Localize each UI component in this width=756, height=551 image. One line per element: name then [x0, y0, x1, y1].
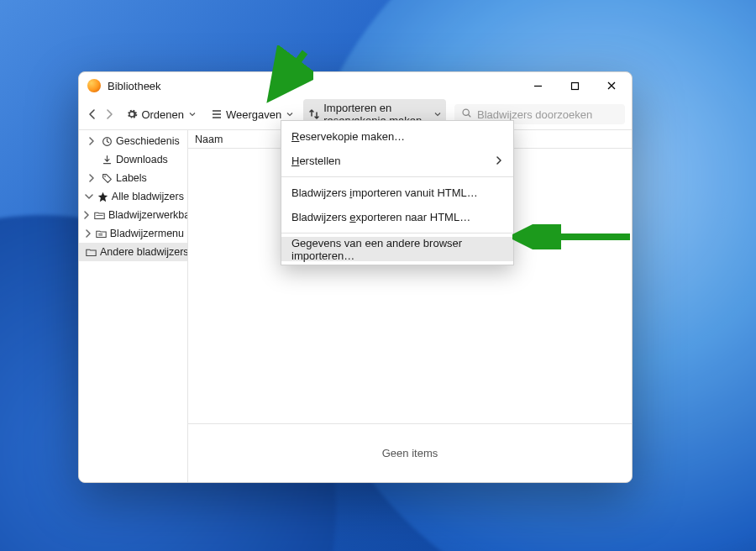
sidebar-item-label: Andere bladwijzers [100, 246, 188, 258]
empty-state-text: Geen items [382, 447, 438, 459]
sidebar-item-1[interactable]: Downloads [79, 150, 187, 169]
sidebar-item-label: Labels [116, 172, 147, 184]
clock-icon [101, 136, 113, 147]
chevron-down-icon [434, 111, 441, 118]
import-export-icon [308, 108, 320, 120]
back-button[interactable] [86, 104, 99, 124]
svg-line-4 [275, 52, 305, 92]
annotation-arrow-top [255, 45, 313, 104]
firefox-icon [87, 79, 101, 92]
tag-icon [101, 173, 113, 184]
chevron-down-icon [286, 111, 293, 118]
menu-item-0[interactable]: Reservekopie maken… [281, 124, 513, 149]
minimize-button[interactable] [519, 72, 556, 99]
titlebar: Bibliotheek [79, 72, 632, 99]
sidebar-item-label: Alle bladwijzers [112, 191, 184, 202]
chevron-right-icon[interactable] [82, 211, 91, 219]
sidebar: GeschiedenisDownloadsLabelsAlle bladwijz… [79, 130, 188, 482]
folder-menu-icon [96, 228, 107, 239]
forward-button[interactable] [102, 104, 116, 124]
folder-icon [86, 247, 97, 258]
sidebar-item-3[interactable]: Alle bladwijzers [79, 187, 187, 206]
list-icon [211, 108, 223, 120]
views-label: Weergaven [226, 108, 281, 121]
star-icon [97, 192, 108, 202]
menu-item-label: Bladwijzers exporteren naar HTML… [291, 211, 503, 223]
sidebar-item-label: Downloads [116, 154, 168, 165]
chevron-right-icon[interactable] [86, 174, 97, 182]
search-icon [461, 108, 472, 121]
gear-icon [126, 108, 138, 120]
import-backup-menu: Reservekopie maken…HerstellenBladwijzers… [281, 120, 514, 265]
library-window: Bibliotheek Ordenen Weerga [78, 71, 633, 483]
menu-item-label: Herstellen [291, 155, 495, 167]
chevron-down-icon [189, 111, 196, 118]
sidebar-item-0[interactable]: Geschiedenis [79, 132, 187, 150]
window-title: Bibliotheek [108, 80, 519, 92]
chevron-right-icon [495, 155, 503, 167]
search-input[interactable] [477, 108, 618, 121]
menu-item-4[interactable]: Bladwijzers exporteren naar HTML… [281, 205, 513, 229]
chevron-right-icon[interactable] [84, 229, 92, 238]
annotation-arrow-side [512, 224, 638, 249]
sidebar-item-4[interactable]: Bladwijzerwerkbalk [79, 206, 187, 224]
menu-item-6[interactable]: Gegevens van een andere browser importer… [281, 237, 513, 261]
sidebar-item-5[interactable]: Bladwijzermenu [79, 224, 187, 243]
chevron-right-icon[interactable] [86, 137, 97, 145]
sidebar-item-label: Geschiedenis [116, 135, 180, 147]
close-button[interactable] [593, 72, 630, 99]
sidebar-item-2[interactable]: Labels [79, 169, 187, 187]
download-icon [101, 155, 113, 165]
maximize-button[interactable] [556, 72, 593, 99]
menu-item-3[interactable]: Bladwijzers importeren vanuit HTML… [281, 181, 513, 205]
menu-item-label: Gegevens van een andere browser importer… [291, 237, 503, 262]
sidebar-item-label: Bladwijzermenu [110, 228, 184, 239]
chevron-down-icon[interactable] [85, 192, 94, 201]
menu-separator [281, 233, 513, 234]
menu-separator [281, 176, 513, 177]
details-pane: Geen items [188, 423, 632, 482]
sidebar-item-label: Bladwijzerwerkbalk [108, 209, 188, 221]
menu-item-label: Reservekopie maken… [291, 130, 503, 143]
folder-toolbar-icon [94, 210, 105, 221]
menu-item-label: Bladwijzers importeren vanuit HTML… [291, 186, 503, 199]
sidebar-item-6[interactable]: Andere bladwijzers [79, 243, 187, 261]
menu-item-1[interactable]: Herstellen [281, 149, 513, 173]
svg-rect-0 [571, 82, 578, 89]
organize-label: Ordenen [141, 108, 184, 121]
svg-point-3 [104, 176, 106, 177]
organize-menu-button[interactable]: Ordenen [121, 106, 201, 123]
